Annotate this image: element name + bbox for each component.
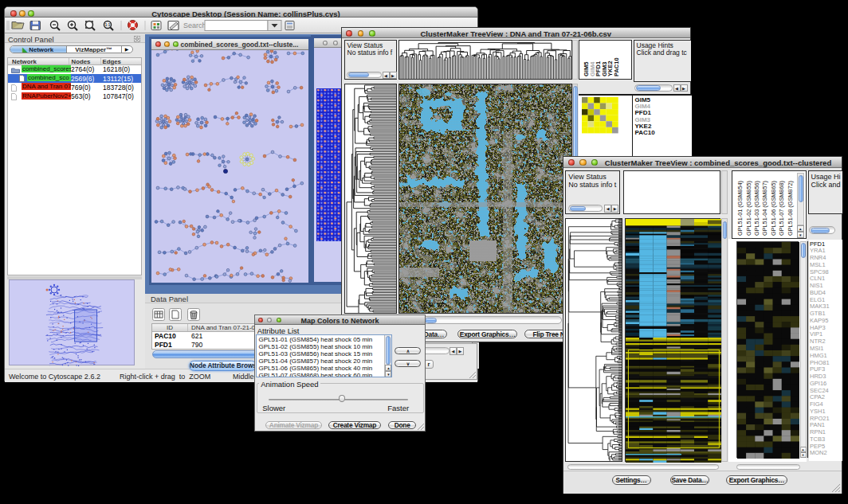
svg-text:GPL51-06 (GSM865): GPL51-06 (GSM865) — [770, 181, 777, 236]
svg-text:GPL51-07 (GSM868): GPL51-07 (GSM868) — [778, 181, 785, 236]
svg-text:GPL51-02 (GSM855): GPL51-02 (GSM855) — [745, 181, 752, 236]
svg-text:GPL51-01 (GSM854): GPL51-01 (GSM854) — [736, 181, 744, 236]
svg-text:GPL51-04 (GSM857): GPL51-04 (GSM857) — [761, 181, 768, 236]
svg-text:Search:: Search: — [183, 21, 208, 29]
svg-text:1:1: 1:1 — [105, 23, 111, 27]
svg-text:GPL51-03 (GSM856): GPL51-03 (GSM856) — [753, 181, 760, 236]
svg-text:GPL51-08 (GSM872): GPL51-08 (GSM872) — [787, 181, 794, 236]
